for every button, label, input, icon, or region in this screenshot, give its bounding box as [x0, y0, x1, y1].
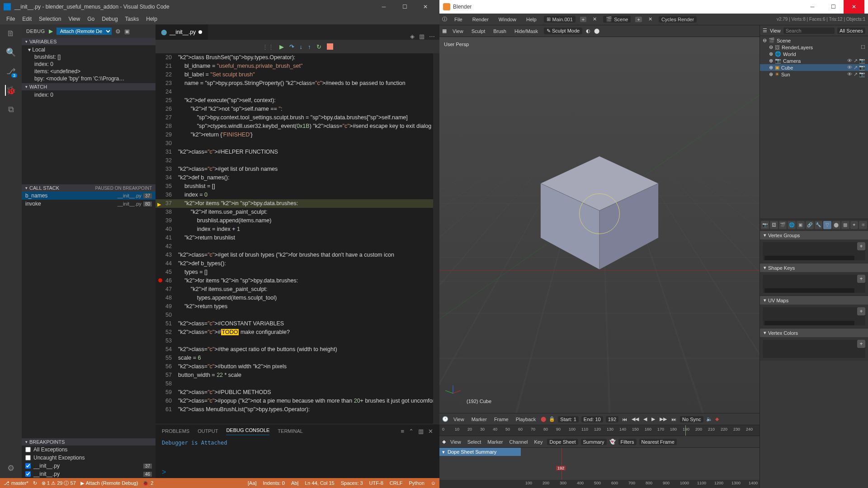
info-icon[interactable]: ⓘ [442, 16, 447, 23]
vg-slider[interactable] [764, 256, 854, 260]
v3d-hidemask[interactable]: Hide/Mask [512, 28, 540, 35]
panel-vertex-groups[interactable]: ▾ Vertex Groups [760, 230, 868, 239]
variables-header[interactable]: ▾VARIABLES [22, 38, 156, 45]
code-editor[interactable]: 20"k2">class BrushSet("sp">bpy.types.Ope… [156, 53, 439, 424]
dope-snap[interactable]: Nearest Frame [639, 439, 677, 445]
status-bug[interactable]: 🐞 2 [142, 480, 153, 486]
panel-shape-keys[interactable]: ▾ Shape Keys [760, 263, 868, 272]
dope-summary-row[interactable]: ▾ Dope Sheet Summary [439, 448, 521, 456]
ds-key[interactable]: Key [532, 438, 544, 446]
status-spaces[interactable]: Spaces: 3 [341, 480, 363, 486]
ds-marker[interactable]: Marker [486, 438, 505, 446]
sk-slider[interactable] [764, 288, 854, 293]
prop-physics-tab[interactable]: ⚛ [859, 221, 867, 229]
info-file[interactable]: File [452, 16, 465, 23]
start-debug-button[interactable]: ▶ [49, 28, 53, 34]
out-cube[interactable]: ⊕▣Cube👁 ↗ 📷 [760, 64, 868, 71]
v3d-brush[interactable]: Brush [491, 28, 509, 35]
debug-config-select[interactable]: Attach (Remote De [57, 28, 112, 35]
bl-close-button[interactable]: ✕ [844, 0, 864, 14]
audio-icon[interactable]: 🔈 [706, 416, 712, 422]
bp-file-2[interactable]: __init__.py46 [22, 470, 156, 478]
prop-data-tab[interactable]: ▽ [823, 221, 831, 229]
start-field[interactable]: Start: 1 [558, 416, 578, 422]
watch-index[interactable]: index: 0 [22, 91, 156, 99]
stop-button[interactable] [327, 43, 333, 50]
panel-split-icon[interactable]: ▥ [418, 428, 424, 435]
jump-end-button[interactable]: ⏭ [670, 417, 677, 422]
panel-vertex-colors[interactable]: ▾ Vertex Colors [760, 328, 868, 337]
layout-field[interactable]: ⊞ Main.001 [544, 16, 576, 23]
split-icon[interactable]: ▥ [419, 33, 425, 40]
out-view[interactable]: View [770, 28, 781, 33]
sync-select[interactable]: No Sync [680, 416, 703, 422]
menu-view[interactable]: View [65, 15, 84, 23]
ghost-icon[interactable]: 👻 [609, 439, 616, 445]
status-problems[interactable]: ⊗ 1 ⚠ 29 ⓘ 57 [42, 480, 76, 487]
playhead[interactable] [561, 448, 562, 480]
explorer-icon[interactable]: 🗎 [5, 28, 16, 39]
console-icon[interactable]: ▣ [124, 28, 130, 35]
panel-uv-maps[interactable]: ▾ UV Maps [760, 296, 868, 305]
collapse-icon[interactable]: ⌃ [409, 428, 414, 435]
restart-button[interactable]: ↻ [316, 43, 321, 50]
step-over-button[interactable]: ↷ [289, 43, 294, 50]
scope-local[interactable]: ▾ Local [22, 46, 156, 53]
layout-del[interactable]: ✕ [591, 16, 599, 22]
scene-del[interactable]: ✕ [646, 16, 654, 22]
timeline-icon[interactable]: 🕐 [442, 416, 448, 422]
panel-output[interactable]: OUTPUT [198, 428, 218, 434]
ds-view[interactable]: View [448, 438, 463, 446]
bl-maximize-button[interactable]: ☐ [823, 0, 844, 14]
minimize-button[interactable]: ─ [373, 0, 394, 14]
close-button[interactable]: ✕ [415, 0, 436, 14]
panel-problems[interactable]: PROBLEMS [162, 428, 189, 434]
vc-list[interactable] [763, 340, 865, 358]
timeline-ruler[interactable]: 0102030405060708090100110120130140150160… [439, 425, 760, 436]
lock-icon[interactable]: 🔒 [549, 416, 555, 422]
menu-tasks[interactable]: Tasks [122, 15, 143, 23]
dope-filters[interactable]: Filters [618, 439, 637, 445]
settings-icon[interactable]: ⚙ [5, 463, 16, 474]
bp-file-1[interactable]: __init__.py37 [22, 462, 156, 470]
prop-scene-tab[interactable]: 🎬 [779, 221, 787, 229]
scene-add[interactable]: + [635, 17, 642, 22]
current-frame-field[interactable]: 192 [606, 416, 618, 422]
step-into-button[interactable]: ↓ [300, 43, 303, 50]
play-rev-button[interactable]: ◀ [642, 416, 648, 422]
out-sun[interactable]: ⊕☀Sun👁 ↗ 📷 [760, 71, 868, 78]
uv-slider[interactable] [764, 321, 854, 325]
search-icon[interactable]: 🔍 [5, 47, 16, 58]
uv-add-button[interactable]: + [857, 307, 865, 315]
status-encoding[interactable]: UTF-8 [369, 480, 383, 486]
status-ab[interactable]: Ab| [291, 480, 298, 486]
status-lang[interactable]: Python [409, 480, 425, 486]
shading-solid-icon[interactable]: ⬤ [594, 28, 599, 34]
jump-start-button[interactable]: ⏮ [621, 417, 628, 422]
panel-terminal[interactable]: TERMINAL [278, 428, 303, 434]
menu-edit[interactable]: Edit [19, 15, 35, 23]
status-indent[interactable]: Indents: 0 [263, 480, 285, 486]
play-button[interactable]: ▶ [651, 416, 656, 422]
rec-icon[interactable]: ⬤ [541, 416, 546, 422]
filter-icon[interactable]: ≡ [401, 428, 404, 435]
tl-marker[interactable]: Marker [469, 416, 489, 423]
continue-button[interactable]: ▶ [279, 43, 284, 50]
compare-icon[interactable]: ◈ [410, 33, 415, 40]
out-renderlayers[interactable]: ⊖🖼RenderLayers☐ [760, 44, 868, 51]
viewport-3d[interactable]: User Persp (192) Cube [439, 37, 760, 413]
callstack-frame-0[interactable]: b_names__init__.py37 [22, 192, 156, 200]
outliner-icon[interactable]: ☰ [763, 28, 767, 33]
next-key-button[interactable]: ▶▶ [659, 416, 668, 422]
mode-select[interactable]: ✎ Sculpt Mode [544, 28, 582, 34]
var-items[interactable]: items: <undefined> [22, 68, 156, 75]
v3d-editor-icon[interactable]: ▦ [442, 28, 447, 34]
menu-debug[interactable]: Debug [98, 15, 121, 23]
ds-select[interactable]: Select [466, 438, 483, 446]
panel-debug-console[interactable]: DEBUG CONSOLE [226, 427, 269, 435]
status-aa[interactable]: [Aa] [248, 480, 257, 486]
renderer-select[interactable]: Cycles Render [659, 16, 697, 23]
out-world[interactable]: ⊕🌐World [760, 51, 868, 57]
editor-tab[interactable]: ⬤__init__.py [156, 24, 208, 40]
breakpoints-header[interactable]: ▾BREAKPOINTS [22, 438, 156, 446]
